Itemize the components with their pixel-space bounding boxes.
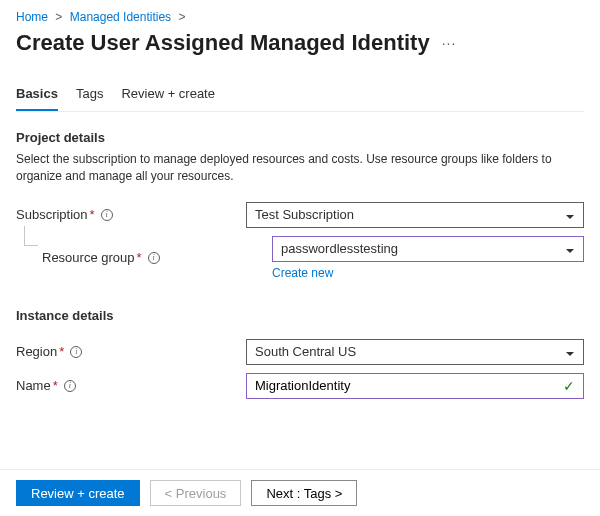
breadcrumb: Home > Managed Identities >: [16, 10, 584, 24]
name-label: Name: [16, 378, 51, 393]
subscription-dropdown[interactable]: Test Subscription: [246, 202, 584, 228]
review-create-button[interactable]: Review + create: [16, 480, 140, 506]
checkmark-icon: ✓: [563, 378, 575, 394]
info-icon[interactable]: i: [148, 252, 160, 264]
tab-tags[interactable]: Tags: [76, 82, 103, 111]
page-title: Create User Assigned Managed Identity: [16, 30, 430, 56]
region-value: South Central US: [255, 344, 356, 359]
resource-group-value: passwordlesstesting: [281, 241, 398, 256]
region-dropdown[interactable]: South Central US: [246, 339, 584, 365]
next-button[interactable]: Next : Tags >: [251, 480, 357, 506]
breadcrumb-home[interactable]: Home: [16, 10, 48, 24]
tab-bar: Basics Tags Review + create: [16, 82, 584, 112]
more-actions-icon[interactable]: ···: [442, 35, 457, 51]
instance-details-heading: Instance details: [16, 308, 584, 323]
region-label: Region: [16, 344, 57, 359]
name-field-wrapper: ✓: [246, 373, 584, 399]
info-icon[interactable]: i: [101, 209, 113, 221]
required-icon: *: [53, 378, 58, 393]
chevron-right-icon: >: [55, 10, 62, 24]
resource-group-label: Resource group: [42, 250, 135, 265]
tab-review-create[interactable]: Review + create: [121, 82, 215, 111]
footer-bar: Review + create < Previous Next : Tags >: [0, 469, 600, 516]
subscription-value: Test Subscription: [255, 207, 354, 222]
tree-connector-line: [24, 226, 38, 246]
info-icon[interactable]: i: [64, 380, 76, 392]
required-icon: *: [59, 344, 64, 359]
subscription-label: Subscription: [16, 207, 88, 222]
chevron-right-icon: >: [178, 10, 185, 24]
project-details-heading: Project details: [16, 130, 584, 145]
chevron-down-icon: [565, 347, 575, 357]
chevron-down-icon: [565, 244, 575, 254]
tab-basics[interactable]: Basics: [16, 82, 58, 111]
required-icon: *: [90, 207, 95, 222]
name-input[interactable]: [255, 378, 563, 393]
previous-button: < Previous: [150, 480, 242, 506]
info-icon[interactable]: i: [70, 346, 82, 358]
resource-group-dropdown[interactable]: passwordlesstesting: [272, 236, 584, 262]
required-icon: *: [137, 250, 142, 265]
project-details-description: Select the subscription to manage deploy…: [16, 151, 584, 186]
breadcrumb-managed-identities[interactable]: Managed Identities: [70, 10, 171, 24]
create-new-link[interactable]: Create new: [272, 266, 333, 280]
chevron-down-icon: [565, 210, 575, 220]
